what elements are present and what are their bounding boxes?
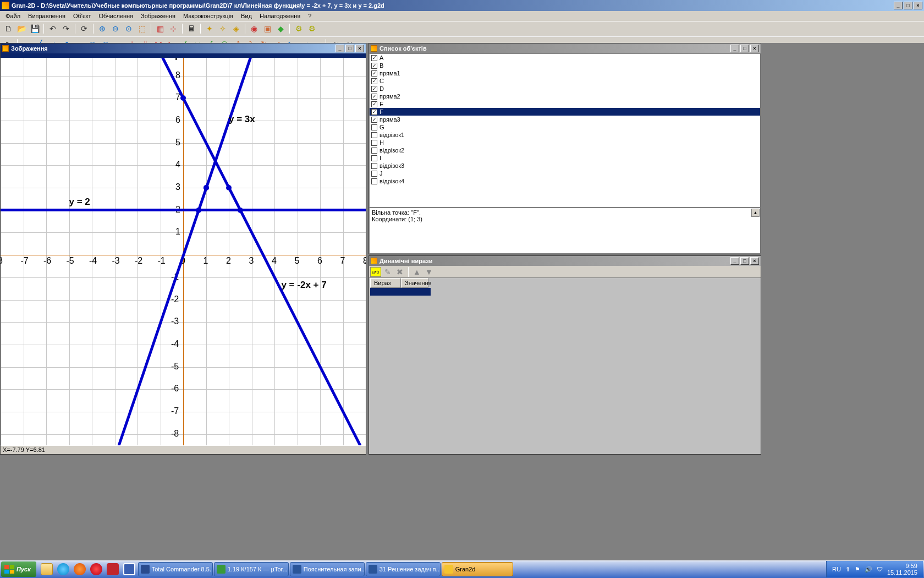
zoom-out-icon[interactable]: ⊖ xyxy=(109,23,122,35)
dyn-edit-icon[interactable]: ✎ xyxy=(382,267,393,277)
close-button[interactable]: × xyxy=(914,2,922,9)
object-item-відрізок1[interactable]: відрізок1 xyxy=(370,131,760,139)
menu-file[interactable]: Файл xyxy=(2,12,24,20)
start-button[interactable]: Пуск xyxy=(1,561,36,577)
object-checkbox[interactable] xyxy=(371,163,377,169)
dynexpr-body[interactable]: Вираз Значення xyxy=(369,278,761,454)
object-checkbox[interactable]: ✓ xyxy=(371,101,377,107)
taskbar-item[interactable]: Total Commander 8.5... xyxy=(138,562,213,576)
menu-calc[interactable]: Обчислення xyxy=(96,12,137,20)
ql-opera-icon[interactable] xyxy=(88,561,105,577)
object-checkbox[interactable] xyxy=(371,171,377,177)
minimize-button[interactable]: _ xyxy=(894,2,903,9)
dynexpr-close-button[interactable]: × xyxy=(750,257,759,265)
plot-point[interactable] xyxy=(204,185,209,190)
dynexpr-window-titlebar[interactable]: Динамічні вирази _ □ × xyxy=(369,256,761,266)
object-checkbox[interactable] xyxy=(371,124,377,130)
menu-view[interactable]: Вид xyxy=(238,12,255,20)
object-checkbox[interactable]: ✓ xyxy=(371,78,377,84)
taskbar-item[interactable]: 1.19 К/157 К — µTor... xyxy=(214,562,289,576)
object-item-відрізок3[interactable]: відрізок3 xyxy=(370,162,760,170)
object-item-C[interactable]: ✓C xyxy=(370,77,760,85)
ql-app-icon[interactable] xyxy=(105,561,121,577)
object-checkbox[interactable] xyxy=(371,132,377,138)
dynexpr-col-expr[interactable]: Вираз xyxy=(370,278,401,288)
graph-window-titlebar[interactable]: Зображення _ □ × xyxy=(1,43,366,53)
redo-icon[interactable]: ↷ xyxy=(60,23,72,35)
tray-flag-icon[interactable]: ⚑ xyxy=(855,566,860,573)
tool-d-icon[interactable]: ◉ xyxy=(248,23,260,35)
ql-firefox-icon[interactable] xyxy=(72,561,88,577)
object-item-B[interactable]: ✓B xyxy=(370,62,760,69)
object-item-відрізок2[interactable]: відрізок2 xyxy=(370,146,760,154)
dynexpr-cell-selected[interactable] xyxy=(370,288,402,296)
ql-ie-icon[interactable] xyxy=(55,561,72,577)
graph-maximize-button[interactable]: □ xyxy=(345,45,354,52)
system-tray[interactable]: RU ⇑ ⚑ 🔊 🛡 9:59 15.11.2015 xyxy=(826,561,923,577)
object-item-пряма1[interactable]: ✓пряма1 xyxy=(370,69,760,77)
tool-e-icon[interactable]: ▣ xyxy=(261,23,273,35)
menu-debug[interactable]: Налагодження xyxy=(256,12,304,20)
object-checkbox[interactable]: ✓ xyxy=(371,70,377,77)
refresh-icon[interactable]: ⟳ xyxy=(78,23,90,35)
zoom-rect-icon[interactable]: ⬚ xyxy=(136,23,148,35)
object-item-пряма2[interactable]: ✓пряма2 xyxy=(370,92,760,100)
taskbar-item[interactable]: Gran2d xyxy=(442,562,513,576)
undo-icon[interactable]: ↶ xyxy=(47,23,59,35)
zoom-in-icon[interactable]: ⊕ xyxy=(96,23,108,35)
plot-line[interactable] xyxy=(1,209,366,211)
ql-explorer-icon[interactable] xyxy=(38,561,55,577)
tray-shield-icon[interactable]: 🛡 xyxy=(877,566,883,572)
plot-point[interactable] xyxy=(226,185,232,190)
menu-edit[interactable]: Виправлення xyxy=(25,12,69,20)
object-item-відрізок4[interactable]: відрізок4 xyxy=(370,177,760,185)
axes-icon[interactable]: ⊹ xyxy=(167,23,179,35)
menu-object[interactable]: Об'єкт xyxy=(70,12,95,20)
label-y2[interactable]: y = 2 xyxy=(69,197,90,208)
object-item-D[interactable]: ✓D xyxy=(370,85,760,92)
object-item-I[interactable]: I xyxy=(370,154,760,162)
label-y-2x7[interactable]: y = -2x + 7 xyxy=(281,280,326,291)
dyn-up-icon[interactable]: ▲ xyxy=(411,267,422,277)
object-checkbox[interactable]: ✓ xyxy=(371,94,377,100)
gear-icon[interactable]: ⚙ xyxy=(293,23,305,35)
tray-clock[interactable]: 9:59 15.11.2015 xyxy=(887,563,917,576)
zoom-fit-icon[interactable]: ⊙ xyxy=(123,23,135,35)
save-icon[interactable]: 💾 xyxy=(29,23,41,35)
object-checkbox[interactable]: ✓ xyxy=(371,55,377,61)
object-checkbox[interactable] xyxy=(371,178,377,184)
calc-icon[interactable]: 🖩 xyxy=(185,23,197,35)
object-checkbox[interactable]: ✓ xyxy=(371,109,377,115)
object-item-E[interactable]: ✓E xyxy=(370,100,760,108)
dynexpr-cell-selected-2[interactable] xyxy=(402,288,431,296)
objects-list[interactable]: ✓A✓B✓пряма1✓C✓D✓пряма2✓E✓F✓пряма3Gвідріз… xyxy=(369,53,761,208)
tray-sound-icon[interactable]: 🔊 xyxy=(865,566,872,573)
object-item-J[interactable]: J xyxy=(370,170,760,177)
maximize-button[interactable]: □ xyxy=(904,2,912,9)
menu-macro[interactable]: Макроконструкція xyxy=(180,12,237,20)
dyn-down-icon[interactable]: ▼ xyxy=(424,267,435,277)
objects-minimize-button[interactable]: _ xyxy=(730,45,739,52)
taskbar-item[interactable]: 31 Решение задач п... xyxy=(366,562,441,576)
dynexpr-col-value[interactable]: Значення xyxy=(401,278,428,288)
tray-updates-icon[interactable]: ⇑ xyxy=(845,566,850,573)
object-checkbox[interactable]: ✓ xyxy=(371,86,377,92)
objects-maximize-button[interactable]: □ xyxy=(740,45,749,52)
tray-lang[interactable]: RU xyxy=(832,566,841,572)
object-checkbox[interactable] xyxy=(371,140,377,146)
object-checkbox[interactable] xyxy=(371,155,377,161)
graph-close-button[interactable]: × xyxy=(355,45,364,52)
tool-b-icon[interactable]: ✧ xyxy=(217,23,229,35)
graph-minimize-button[interactable]: _ xyxy=(336,45,344,52)
dyn-add-icon[interactable]: a•b xyxy=(370,267,381,277)
object-item-пряма3[interactable]: ✓пряма3 xyxy=(370,116,760,123)
info-scroll-up-icon[interactable]: ▲ xyxy=(751,209,760,217)
plot-point[interactable] xyxy=(196,208,201,213)
open-icon[interactable]: 📂 xyxy=(15,23,28,35)
menu-help[interactable]: ? xyxy=(305,12,315,20)
tool-c-icon[interactable]: ◈ xyxy=(230,23,242,35)
plot-point[interactable] xyxy=(180,95,186,101)
label-y3x[interactable]: y = 3x xyxy=(229,114,255,125)
object-item-A[interactable]: ✓A xyxy=(370,54,760,62)
dynexpr-maximize-button[interactable]: □ xyxy=(740,257,749,265)
